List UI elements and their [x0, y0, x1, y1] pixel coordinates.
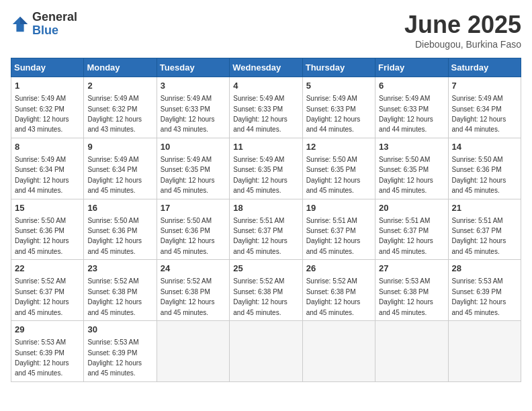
day-info: Sunrise: 5:52 AMSunset: 6:37 PMDaylight:… [15, 277, 69, 316]
calendar-cell: 8Sunrise: 5:49 AMSunset: 6:34 PMDaylight… [11, 138, 84, 199]
day-number: 28 [452, 263, 517, 275]
calendar-week-3: 15Sunrise: 5:50 AMSunset: 6:36 PMDayligh… [11, 199, 521, 260]
day-info: Sunrise: 5:49 AMSunset: 6:34 PMDaylight:… [87, 156, 142, 194]
calendar-cell: 16Sunrise: 5:50 AMSunset: 6:36 PMDayligh… [84, 199, 157, 260]
calendar-cell: 7Sunrise: 5:49 AMSunset: 6:34 PMDaylight… [448, 77, 521, 138]
calendar-cell: 2Sunrise: 5:49 AMSunset: 6:32 PMDaylight… [84, 77, 157, 138]
day-info: Sunrise: 5:50 AMSunset: 6:36 PMDaylight:… [87, 217, 142, 255]
day-info: Sunrise: 5:50 AMSunset: 6:35 PMDaylight:… [379, 156, 433, 194]
calendar-cell: 14Sunrise: 5:50 AMSunset: 6:36 PMDayligh… [448, 138, 521, 199]
day-number: 7 [452, 80, 517, 92]
header-saturday: Saturday [448, 58, 521, 77]
calendar-week-1: 1Sunrise: 5:49 AMSunset: 6:32 PMDaylight… [11, 77, 521, 138]
day-info: Sunrise: 5:51 AMSunset: 6:37 PMDaylight:… [379, 217, 433, 255]
day-number: 22 [15, 263, 80, 275]
day-info: Sunrise: 5:51 AMSunset: 6:37 PMDaylight:… [233, 217, 287, 255]
day-info: Sunrise: 5:51 AMSunset: 6:37 PMDaylight:… [306, 217, 361, 255]
day-info: Sunrise: 5:49 AMSunset: 6:33 PMDaylight:… [379, 95, 433, 133]
calendar-week-5: 29Sunrise: 5:53 AMSunset: 6:39 PMDayligh… [11, 321, 521, 382]
calendar-cell [302, 321, 375, 382]
day-info: Sunrise: 5:51 AMSunset: 6:37 PMDaylight:… [452, 217, 506, 255]
day-number: 24 [161, 263, 226, 275]
day-info: Sunrise: 5:49 AMSunset: 6:34 PMDaylight:… [15, 156, 69, 194]
calendar-cell [375, 321, 448, 382]
calendar-cell: 22Sunrise: 5:52 AMSunset: 6:37 PMDayligh… [11, 260, 84, 321]
day-number: 29 [15, 324, 80, 336]
calendar-cell: 12Sunrise: 5:50 AMSunset: 6:35 PMDayligh… [302, 138, 375, 199]
logo-icon [11, 15, 30, 34]
calendar-cell: 30Sunrise: 5:53 AMSunset: 6:39 PMDayligh… [84, 321, 157, 382]
calendar-body: 1Sunrise: 5:49 AMSunset: 6:32 PMDaylight… [11, 77, 521, 382]
calendar-cell: 17Sunrise: 5:50 AMSunset: 6:36 PMDayligh… [157, 199, 229, 260]
calendar-cell: 3Sunrise: 5:49 AMSunset: 6:33 PMDaylight… [157, 77, 229, 138]
day-info: Sunrise: 5:49 AMSunset: 6:33 PMDaylight:… [161, 95, 215, 133]
day-number: 18 [233, 202, 298, 214]
day-info: Sunrise: 5:50 AMSunset: 6:36 PMDaylight:… [161, 217, 215, 255]
calendar-cell: 10Sunrise: 5:49 AMSunset: 6:35 PMDayligh… [157, 138, 229, 199]
calendar-cell: 25Sunrise: 5:52 AMSunset: 6:38 PMDayligh… [230, 260, 302, 321]
day-info: Sunrise: 5:49 AMSunset: 6:35 PMDaylight:… [161, 156, 215, 194]
month-title: June 2025 [404, 11, 521, 39]
header-sunday: Sunday [11, 58, 84, 77]
calendar-cell: 9Sunrise: 5:49 AMSunset: 6:34 PMDaylight… [84, 138, 157, 199]
calendar-cell [448, 321, 521, 382]
day-number: 20 [379, 202, 444, 214]
day-number: 5 [306, 80, 371, 92]
day-number: 13 [379, 141, 444, 153]
day-number: 11 [233, 141, 298, 153]
day-info: Sunrise: 5:53 AMSunset: 6:39 PMDaylight:… [452, 277, 506, 316]
day-info: Sunrise: 5:50 AMSunset: 6:36 PMDaylight:… [452, 156, 506, 194]
day-number: 30 [87, 324, 152, 336]
calendar-cell: 5Sunrise: 5:49 AMSunset: 6:33 PMDaylight… [302, 77, 375, 138]
day-info: Sunrise: 5:49 AMSunset: 6:34 PMDaylight:… [452, 95, 506, 133]
day-info: Sunrise: 5:53 AMSunset: 6:38 PMDaylight:… [379, 277, 433, 316]
calendar-cell: 28Sunrise: 5:53 AMSunset: 6:39 PMDayligh… [448, 260, 521, 321]
day-info: Sunrise: 5:50 AMSunset: 6:35 PMDaylight:… [306, 156, 361, 194]
day-number: 16 [87, 202, 152, 214]
calendar-cell: 23Sunrise: 5:52 AMSunset: 6:38 PMDayligh… [84, 260, 157, 321]
calendar-cell: 4Sunrise: 5:49 AMSunset: 6:33 PMDaylight… [230, 77, 302, 138]
day-number: 17 [161, 202, 226, 214]
day-info: Sunrise: 5:50 AMSunset: 6:36 PMDaylight:… [15, 217, 69, 255]
day-info: Sunrise: 5:49 AMSunset: 6:33 PMDaylight:… [233, 95, 287, 133]
day-number: 15 [15, 202, 80, 214]
logo: General Blue [11, 11, 77, 38]
calendar-cell: 18Sunrise: 5:51 AMSunset: 6:37 PMDayligh… [230, 199, 302, 260]
day-number: 27 [379, 263, 444, 275]
logo-blue-text: Blue [32, 24, 77, 38]
header-monday: Monday [84, 58, 157, 77]
calendar-week-2: 8Sunrise: 5:49 AMSunset: 6:34 PMDaylight… [11, 138, 521, 199]
page-header: General Blue June 2025 Diebougou, Burkin… [11, 11, 521, 50]
calendar-cell [157, 321, 229, 382]
day-info: Sunrise: 5:52 AMSunset: 6:38 PMDaylight:… [233, 277, 287, 316]
calendar-cell: 1Sunrise: 5:49 AMSunset: 6:32 PMDaylight… [11, 77, 84, 138]
day-info: Sunrise: 5:49 AMSunset: 6:35 PMDaylight:… [233, 156, 287, 194]
day-number: 23 [87, 263, 152, 275]
day-info: Sunrise: 5:49 AMSunset: 6:33 PMDaylight:… [306, 95, 361, 133]
header-wednesday: Wednesday [230, 58, 302, 77]
calendar-cell: 11Sunrise: 5:49 AMSunset: 6:35 PMDayligh… [230, 138, 302, 199]
calendar-week-4: 22Sunrise: 5:52 AMSunset: 6:37 PMDayligh… [11, 260, 521, 321]
calendar-cell: 6Sunrise: 5:49 AMSunset: 6:33 PMDaylight… [375, 77, 448, 138]
logo-text: General Blue [32, 11, 77, 38]
day-number: 1 [15, 80, 80, 92]
calendar-cell: 26Sunrise: 5:52 AMSunset: 6:38 PMDayligh… [302, 260, 375, 321]
day-info: Sunrise: 5:49 AMSunset: 6:32 PMDaylight:… [87, 95, 142, 133]
day-number: 6 [379, 80, 444, 92]
day-number: 12 [306, 141, 371, 153]
calendar-cell: 13Sunrise: 5:50 AMSunset: 6:35 PMDayligh… [375, 138, 448, 199]
day-number: 3 [161, 80, 226, 92]
day-number: 21 [452, 202, 517, 214]
day-number: 14 [452, 141, 517, 153]
logo-general-text: General [32, 11, 77, 24]
day-info: Sunrise: 5:52 AMSunset: 6:38 PMDaylight:… [306, 277, 361, 316]
day-number: 25 [233, 263, 298, 275]
header-thursday: Thursday [302, 58, 375, 77]
day-info: Sunrise: 5:53 AMSunset: 6:39 PMDaylight:… [87, 338, 142, 377]
day-number: 4 [233, 80, 298, 92]
day-number: 8 [15, 141, 80, 153]
svg-marker-1 [20, 17, 28, 24]
day-number: 2 [87, 80, 152, 92]
day-number: 19 [306, 202, 371, 214]
day-info: Sunrise: 5:52 AMSunset: 6:38 PMDaylight:… [161, 277, 215, 316]
